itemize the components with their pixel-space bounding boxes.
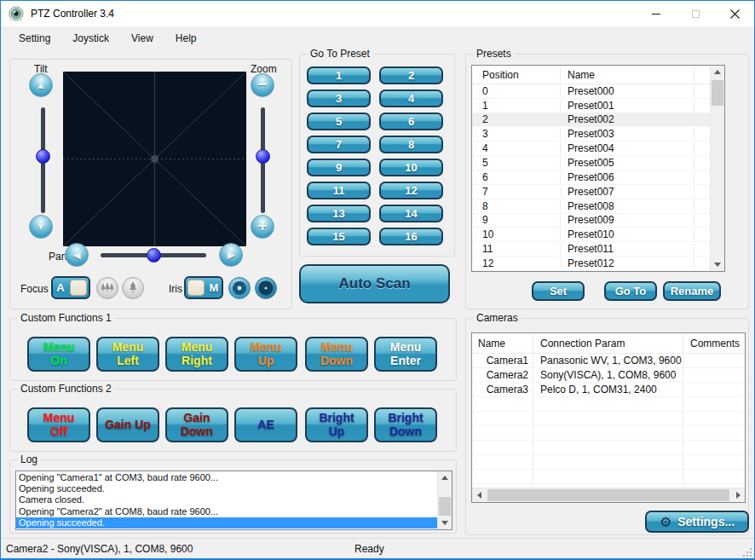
menu-down-button[interactable]: MenuDown: [305, 337, 368, 372]
focus-auto-toggle[interactable]: A: [51, 276, 90, 299]
zoom-slider-thumb[interactable]: [256, 149, 270, 164]
scrollbar-track[interactable]: [438, 484, 452, 517]
scroll-down-button[interactable]: [438, 517, 452, 529]
preset-button-16[interactable]: 16: [379, 228, 443, 245]
preset-button-5[interactable]: 5: [307, 113, 371, 130]
preset-button-11[interactable]: 11: [307, 182, 371, 199]
scrollbar-thumb[interactable]: [487, 489, 729, 501]
scrollbar-thumb[interactable]: [712, 80, 723, 106]
table-row[interactable]: 8Preset008: [472, 199, 710, 214]
minimize-button[interactable]: [637, 1, 676, 26]
column-header-comments[interactable]: Comments: [683, 333, 745, 353]
table-row[interactable]: 4Preset004: [472, 141, 710, 156]
set-button[interactable]: Set: [532, 281, 585, 301]
preset-button-8[interactable]: 8: [379, 136, 443, 153]
menu-setting[interactable]: Setting: [8, 28, 61, 49]
menu-view[interactable]: View: [120, 28, 164, 49]
zoom-in-button[interactable]: +: [251, 215, 274, 239]
menu-left-button[interactable]: MenuLeft: [96, 337, 159, 372]
settings-button[interactable]: ⚙ Settings...: [645, 511, 749, 533]
menu-right-button[interactable]: MenuRight: [165, 337, 228, 372]
tilt-slider-thumb[interactable]: [36, 149, 50, 164]
scroll-down-icon: [714, 263, 721, 267]
preset-button-4[interactable]: 4: [379, 89, 443, 107]
scrollbar-track[interactable]: [711, 78, 724, 258]
log-entry[interactable]: Opening "Camera2" at COM8, baud rate 960…: [16, 506, 437, 517]
log-entry[interactable]: Opening "Camera1" at COM3, baud rate 960…: [16, 472, 437, 483]
column-header-name[interactable]: Name: [561, 66, 694, 84]
preset-button-13[interactable]: 13: [307, 205, 371, 222]
table-row[interactable]: 0Preset000: [472, 84, 710, 99]
ae-button[interactable]: AE: [234, 407, 297, 442]
preset-button-9[interactable]: 9: [307, 159, 371, 176]
focus-far-button[interactable]: [96, 277, 118, 299]
pan-right-button[interactable]: ▶: [219, 243, 243, 267]
table-row[interactable]: 6Preset006: [472, 170, 710, 185]
preset-button-14[interactable]: 14: [379, 205, 443, 222]
go-to-button[interactable]: Go To: [604, 281, 657, 301]
custom-functions-2-title: Custom Functions 2: [17, 383, 115, 395]
table-row[interactable]: 7Preset007: [472, 185, 710, 199]
preset-button-10[interactable]: 10: [379, 159, 443, 176]
menu-joystick[interactable]: Joystick: [61, 28, 120, 49]
resize-grip-icon[interactable]: [742, 547, 752, 557]
presets-scrollbar[interactable]: [710, 66, 724, 271]
pan-left-button[interactable]: ◀: [65, 243, 89, 267]
joystick-pad[interactable]: [63, 72, 246, 246]
preset-button-6[interactable]: 6: [379, 113, 443, 130]
menu-off-button[interactable]: MenuOff: [27, 407, 90, 442]
menu-on-button[interactable]: MenuOn: [27, 337, 90, 372]
cameras-horizontal-scrollbar[interactable]: [472, 488, 745, 502]
menu-bar: Setting Joystick View Help: [1, 26, 754, 49]
tilt-up-button[interactable]: ▲: [29, 73, 53, 97]
column-header-position[interactable]: Position: [472, 66, 561, 84]
table-row-selected[interactable]: 2Preset002: [472, 113, 710, 128]
camera-row[interactable]: Camera2Sony(VISCA), 1, COM8, 9600: [472, 368, 745, 383]
table-row[interactable]: 3Preset003: [472, 127, 710, 141]
scroll-down-button[interactable]: [711, 258, 724, 271]
focus-near-button[interactable]: [122, 277, 144, 299]
arrow-left-icon: ◀: [72, 249, 80, 261]
log-entry[interactable]: Camera closed.: [16, 494, 437, 505]
table-row[interactable]: 10Preset010: [472, 228, 710, 242]
camera-row[interactable]: Camera1Panasonic WV, 1, COM3, 9600: [472, 354, 745, 368]
iris-close-button[interactable]: [255, 277, 277, 299]
gain-down-button[interactable]: GainDown: [165, 407, 228, 442]
tilt-down-button[interactable]: ▼: [29, 215, 53, 239]
log-entry-selected[interactable]: Opening succeeded.: [16, 517, 437, 528]
log-scrollbar[interactable]: [437, 471, 452, 529]
preset-button-15[interactable]: 15: [307, 228, 371, 245]
table-row[interactable]: 12Preset012: [472, 257, 710, 271]
menu-enter-button[interactable]: MenuEnter: [374, 337, 437, 372]
scrollbar-thumb[interactable]: [439, 497, 451, 516]
menu-up-button[interactable]: MenuUp: [234, 337, 297, 372]
preset-button-7[interactable]: 7: [307, 136, 371, 153]
preset-button-12[interactable]: 12: [379, 182, 443, 199]
preset-button-2[interactable]: 2: [379, 66, 443, 84]
menu-help[interactable]: Help: [164, 28, 208, 49]
table-row[interactable]: 11Preset011: [472, 242, 710, 257]
preset-button-1[interactable]: 1: [307, 66, 371, 84]
camera-row[interactable]: Camera3Pelco D, 1, COM31, 2400: [472, 383, 745, 397]
bright-down-button[interactable]: BrightDown: [374, 407, 437, 442]
table-row[interactable]: 5Preset005: [472, 156, 710, 170]
scroll-up-button[interactable]: [711, 66, 724, 78]
gain-up-button[interactable]: Gain Up: [96, 407, 159, 442]
column-header-connection[interactable]: Connection Param: [533, 333, 683, 353]
auto-scan-button[interactable]: Auto Scan: [299, 264, 450, 303]
table-row[interactable]: 9Preset009: [472, 214, 710, 228]
log-entry[interactable]: Opening succeeded.: [16, 483, 437, 494]
scroll-left-button[interactable]: [472, 488, 486, 502]
zoom-out-button[interactable]: −: [251, 73, 274, 97]
close-button[interactable]: [715, 1, 754, 26]
iris-manual-toggle[interactable]: M: [184, 276, 223, 299]
pan-slider-thumb[interactable]: [147, 248, 161, 263]
rename-button[interactable]: Rename: [663, 281, 721, 301]
iris-open-button[interactable]: [228, 277, 251, 299]
scroll-right-button[interactable]: [731, 488, 745, 502]
column-header-name[interactable]: Name: [472, 333, 533, 353]
table-row[interactable]: 1Preset001: [472, 99, 710, 113]
scroll-up-button[interactable]: [438, 471, 452, 484]
preset-button-3[interactable]: 3: [307, 89, 371, 107]
bright-up-button[interactable]: BrightUp: [305, 407, 368, 442]
